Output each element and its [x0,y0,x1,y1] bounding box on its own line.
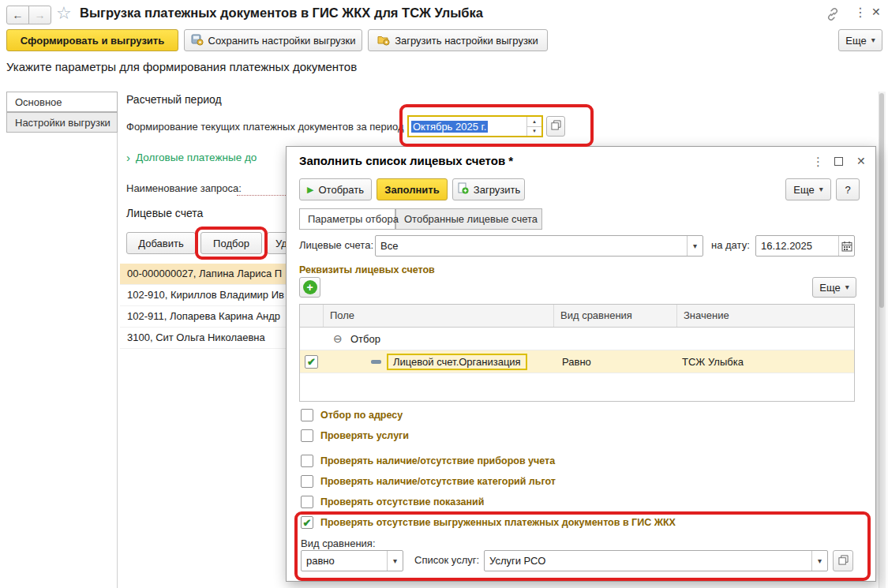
load-document-icon [457,182,469,197]
services-list-label: Список услуг: [414,554,479,566]
spin-down-icon[interactable]: ▾ [527,127,541,137]
period-field-label: Формирование текущих платежных документо… [126,121,404,133]
table-header: Поле Вид сравнения Значение [300,305,854,328]
header-value: Значение [677,305,854,327]
comparison-cell[interactable]: Равно [562,356,591,368]
services-open-button[interactable] [833,550,853,571]
period-input[interactable]: Октябрь 2025 г. ▴ ▾ [407,115,543,137]
table-row[interactable]: ✔ Лицевой счет.Организация Равно ТСЖ Улы… [300,350,854,373]
account-list-item[interactable]: 00-000000027, Лапина Лариса П [120,264,288,285]
period-value: Октябрь 2025 г. [411,121,488,133]
checkbox-filter-by-address[interactable]: Отбор по адресу [301,409,403,421]
checkbox-check-services[interactable]: Проверять услуги [301,429,409,442]
period-section-heading: Расчетный период [126,93,222,106]
chevron-down-icon: ▾ [871,36,875,44]
account-list-item[interactable]: 102-910, Кириллов Владимир Ив [120,285,288,306]
table-group-row[interactable]: ⊖ Отбор [300,328,854,350]
field-cell[interactable]: Лицевой счет.Организация [387,354,527,370]
dialog-title: Заполнить список лицевых счетов * [299,154,513,167]
chevron-down-icon[interactable]: ▾ [387,551,403,571]
services-list-combo[interactable]: Услуги РСО ▾ [484,550,828,571]
header-checkbox-col [300,305,324,327]
fill-accounts-dialog: Заполнить список лицевых счетов * ⋮ ✕ ▶ … [286,146,876,582]
tab-export-settings[interactable]: Настройки выгрузки [6,112,118,133]
dialog-more-icon[interactable]: ⋮ [812,155,824,167]
dialog-close-icon[interactable]: ✕ [856,155,866,167]
checkbox-check-benefit-categories[interactable]: Проверять наличие/отсутствие категорий л… [301,475,556,488]
forward-button[interactable]: → [28,6,51,24]
requisites-table: Поле Вид сравнения Значение ⊖ Отбор ✔ Ли… [299,304,855,402]
comparison-kind-label: Вид сравнения: [301,537,376,549]
panel-divider [117,92,118,588]
chevron-down-icon[interactable]: ▾ [687,236,703,256]
play-icon: ▶ [307,185,313,194]
window-more-icon[interactable]: ⋮ [854,6,867,19]
back-button[interactable]: ← [6,6,29,24]
pick-accounts-button[interactable]: Подбор [200,232,262,254]
page-title: Выгрузка платежных документов в ГИС ЖКХ … [80,6,483,21]
accounts-heading: Лицевые счета [126,207,203,219]
open-picker-icon [838,555,849,567]
form-subtitle: Укажите параметры для формирования плате… [6,60,357,73]
accounts-filter-label: Лицевые счета: [299,239,373,251]
checkbox-check-meters[interactable]: Проверять наличие/отсутствие приборов уч… [301,455,555,467]
main-more-button[interactable]: Еще ▾ [838,29,882,51]
chevron-down-icon[interactable]: ▾ [811,551,827,571]
requisites-heading: Реквизиты лицевых счетов [299,264,435,275]
chevron-down-icon: ▾ [819,185,823,193]
account-list-item[interactable]: 102-911, Лопарева Карина Андр [120,306,288,328]
select-button[interactable]: ▶ Отобрать [299,178,372,200]
accounts-filter-combo[interactable]: Все ▾ [375,235,703,257]
add-requisite-button[interactable]: + [299,277,320,298]
checkbox-check-no-readings[interactable]: Проверять отсутствие показаний [301,496,484,508]
spin-up-icon[interactable]: ▴ [527,117,541,127]
row-checkbox[interactable]: ✔ [305,355,318,369]
add-account-button[interactable]: Добавить [126,232,196,254]
open-picker-icon [551,120,561,133]
dialog-load-button[interactable]: Загрузить [452,178,525,200]
save-export-settings-button[interactable]: Сохранить настройки выгрузки [184,29,362,51]
window-close-icon[interactable]: ✕ [871,6,881,17]
collapse-icon[interactable]: ⊖ [333,333,343,344]
dialog-more-button[interactable]: Еще ▾ [785,178,831,200]
favorite-star-icon[interactable]: ☆ [56,5,72,22]
tab-selected-accounts[interactable]: Отобранные лицевые счета [395,208,542,230]
main-scrollbar-thumb[interactable] [879,93,884,308]
back-icon: ← [13,9,24,21]
generate-and-export-button[interactable]: Сформировать и выгрузить [6,29,178,51]
dialog-maximize-icon[interactable] [834,157,843,166]
checkbox-check-missing-exported-docs[interactable]: ✔ Проверять отсутствие выгруженных плате… [301,516,676,529]
header-comparison: Вид сравнения [554,305,677,327]
account-list-item[interactable]: 3100, Сит Ольга Николаевна [120,328,288,349]
chevron-down-icon: ▾ [845,283,849,291]
help-button[interactable]: ? [836,178,860,200]
copy-link-icon[interactable] [826,7,840,24]
fill-button[interactable]: Заполнить [377,178,448,200]
forward-icon: → [35,9,46,21]
condition-item-icon [371,360,381,364]
query-name-label: Наименование запроса: [126,182,242,194]
header-field: Поле [324,305,554,327]
period-spinner[interactable]: ▴ ▾ [526,117,541,136]
on-date-input[interactable]: 16.12.2025 [755,235,855,257]
load-settings-icon [377,33,390,48]
period-open-button[interactable] [546,116,565,137]
tab-selection-params[interactable]: Параметры отбора [299,208,395,230]
load-export-settings-button[interactable]: Загрузить настройки выгрузки [368,29,548,51]
value-cell[interactable]: ТСЖ Улыбка [682,356,744,368]
requisites-more-button[interactable]: Еще ▾ [812,277,856,298]
plus-icon: + [303,280,317,294]
tab-main[interactable]: Основное [6,92,118,112]
app-window: ← → ☆ Выгрузка платежных документов в ГИ… [0,0,888,588]
chevron-right-icon: › [126,152,130,163]
debt-documents-link[interactable]: › Долговые платежные до [126,152,257,163]
calendar-icon[interactable] [838,236,854,256]
on-date-label: на дату: [711,239,750,251]
save-settings-icon [191,33,204,48]
comparison-kind-combo[interactable]: равно ▾ [301,550,403,571]
